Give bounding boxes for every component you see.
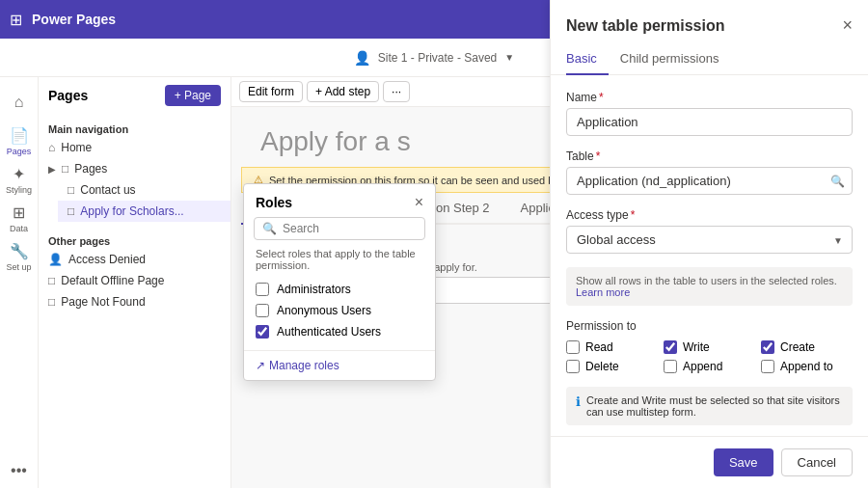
write-label: Write [683,340,710,354]
info-text: Show all rows in the table to users in t… [576,275,837,286]
page-icon: □ [68,183,74,197]
permission-append-to[interactable]: Append to [761,360,853,373]
delete-checkbox[interactable] [566,360,580,373]
permission-read[interactable]: Read [566,340,658,354]
main-nav-label: Main navigation [39,118,231,137]
roles-popup: Roles × 🔍 Select roles that apply to the… [243,183,436,381]
authenticated-label: Authenticated Users [277,325,381,339]
create-checkbox[interactable] [761,340,774,354]
permission-write[interactable]: Write [664,340,755,354]
nav-pages[interactable]: 📄 Pages [2,123,37,158]
close-icon[interactable]: × [415,194,423,211]
append-to-checkbox[interactable] [761,360,774,373]
anonymous-checkbox[interactable] [256,304,269,317]
cancel-button[interactable]: Cancel [781,448,853,476]
administrators-checkbox[interactable] [256,283,269,296]
nav-styling[interactable]: ✦ Styling [2,162,37,197]
append-checkbox[interactable] [664,360,677,373]
roles-item-anonymous[interactable]: Anonymous Users [256,300,423,321]
grid-icon[interactable]: ⊞ [10,11,22,29]
permission-grid: Read Write Create Delete [566,340,853,373]
sidebar-item-pages-label: Pages [74,162,107,176]
save-button[interactable]: Save [714,448,773,476]
person-icon: 👤 [354,50,370,66]
add-step-button[interactable]: + Add step [307,81,379,102]
read-checkbox[interactable] [566,340,580,354]
more-options-button[interactable]: ··· [383,81,410,102]
sidebar-item-home[interactable]: ⌂ Home [39,137,231,158]
nav-more[interactable]: ••• [2,453,37,488]
roles-search-box[interactable]: 🔍 [254,217,425,240]
person-icon: 👤 [48,253,63,266]
permission-delete[interactable]: Delete [566,360,658,373]
pages-icon: 📄 [10,126,29,145]
table-label: Table * [566,149,853,163]
roles-item-administrators[interactable]: Administrators [256,279,423,300]
roles-item-authenticated[interactable]: Authenticated Users [256,321,423,342]
sidebar-item-not-found-label: Page Not Found [61,295,145,309]
data-icon: ⊞ [13,203,25,222]
permission-create[interactable]: Create [761,340,853,354]
append-to-label: Append to [780,360,833,373]
page-icon: □ [48,274,55,287]
access-type-select[interactable]: Global access [566,226,853,254]
sidebar-item-contact-label: Contact us [80,183,135,197]
permission-section: Permission to Read Write Create [566,319,853,373]
main-layout: ⌂ 📄 Pages ✦ Styling ⊞ Data 🔧 Set up ••• … [0,77,868,488]
sidebar-item-apply-label: Apply for Scholars... [80,204,183,218]
nav-home[interactable]: ⌂ [2,85,37,120]
append-label: Append [683,360,722,373]
name-input[interactable] [566,108,853,136]
roles-popup-header: Roles × [244,184,435,217]
manage-roles-link[interactable]: ↗ Manage roles [256,359,423,372]
sidebar-item-not-found[interactable]: □ Page Not Found [39,291,231,312]
sidebar-item-access-denied[interactable]: 👤 Access Denied [39,249,231,270]
info-icon: ℹ [576,394,581,409]
create-label: Create [780,340,815,354]
anonymous-label: Anonymous Users [277,304,371,317]
roles-list: Administrators Anonymous Users Authentic… [244,279,435,342]
roles-search-input[interactable] [283,222,417,235]
delete-label: Delete [585,360,619,373]
administrators-label: Administrators [277,283,351,296]
roles-description: Select roles that apply to the table per… [244,248,435,279]
access-type-select-wrapper: Global access [566,226,853,254]
right-panel-footer: Save Cancel [551,436,868,488]
nav-data-label: Data [10,224,28,233]
authenticated-checkbox[interactable] [256,325,269,339]
home-icon: ⌂ [14,94,24,111]
right-panel: New table permission × Basic Child permi… [550,77,868,488]
chevron-right-icon: ▶ [48,164,56,175]
learn-more-link[interactable]: Learn more [576,286,630,298]
nav-data[interactable]: ⊞ Data [2,201,37,235]
name-label: Name * [566,91,853,104]
write-checkbox[interactable] [664,340,677,354]
other-pages-label: Other pages [39,230,231,249]
home-icon: ⌂ [48,141,55,154]
page-icon: □ [48,295,55,309]
sidebar: Pages + Page Main navigation ⌂ Home ▶ □ … [39,77,231,488]
nav-setup[interactable]: 🔧 Set up [2,239,37,274]
nav-pages-label: Pages [7,147,32,156]
main-navigation-section: Main navigation ⌂ Home ▶ □ Pages □ Conta… [39,114,231,226]
table-select-wrapper [566,167,853,195]
page-icon: □ [62,162,68,176]
site-info: Site 1 - Private - Saved [378,51,497,65]
add-page-button[interactable]: + Page [165,85,221,106]
right-panel-body: Name * Table * Access type * [551,77,868,436]
permission-append[interactable]: Append [664,360,755,373]
chevron-down-icon[interactable]: ▼ [504,52,514,63]
edit-form-button[interactable]: Edit form [239,81,303,102]
page-icon: □ [68,204,74,218]
access-type-label: Access type * [566,208,853,222]
external-link-icon: ↗ [256,359,265,372]
search-icon: 🔍 [262,222,277,235]
sidebar-item-apply[interactable]: □ Apply for Scholars... ••• [58,201,231,222]
setup-icon: 🔧 [10,242,29,260]
sidebar-item-pages[interactable]: ▶ □ Pages [39,158,231,179]
other-pages-section: Other pages 👤 Access Denied □ Default Of… [39,226,231,316]
roles-popup-title: Roles [256,195,292,210]
table-input[interactable] [566,167,853,195]
sidebar-item-offline[interactable]: □ Default Offline Page [39,270,231,291]
sidebar-item-contact[interactable]: □ Contact us [58,179,231,201]
